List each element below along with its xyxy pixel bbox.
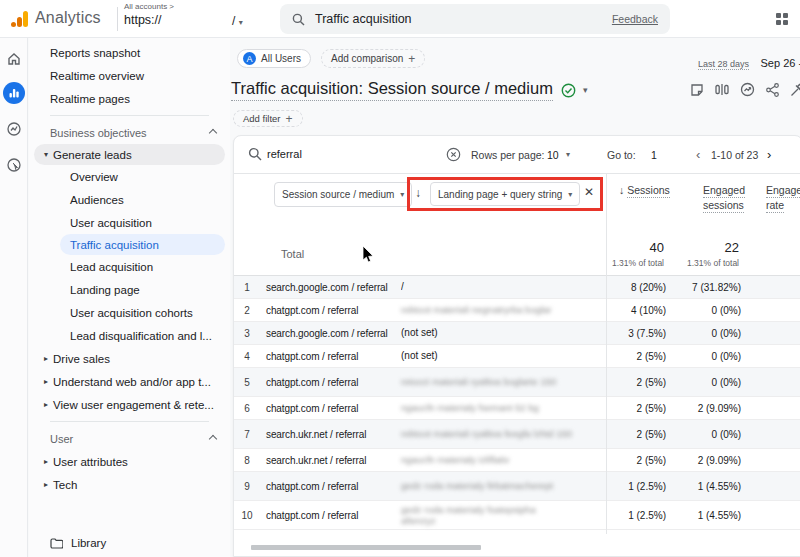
feedback-link[interactable]: Feedback bbox=[612, 13, 658, 25]
engaged-sessions-cell: 2 (9.09%) bbox=[666, 455, 741, 466]
clear-search-icon[interactable] bbox=[446, 147, 461, 162]
audience-pill-label: All Users bbox=[261, 53, 301, 64]
report-navigation: Reports snapshotRealtime overviewRealtim… bbox=[29, 38, 230, 557]
sessions-total: 40 1.31% of total bbox=[574, 240, 664, 268]
edit-comparisons-icon[interactable] bbox=[715, 83, 729, 96]
sidebar-item-overview[interactable]: Overview bbox=[29, 165, 230, 188]
home-icon[interactable] bbox=[3, 48, 25, 70]
left-icon-rail bbox=[0, 38, 28, 557]
sessions-total-percent: 1.31% of total bbox=[574, 258, 664, 268]
column-label: Engaged sessions bbox=[703, 184, 745, 213]
add-filter-button[interactable]: Add filter+ bbox=[233, 110, 303, 127]
sidebar-group-label: View user engagement & rete... bbox=[53, 399, 214, 411]
sidebar-group-generate-leads[interactable]: ▾Generate leads bbox=[34, 144, 225, 165]
sessions-cell: 3 (7.5%) bbox=[573, 328, 666, 339]
table-search-input[interactable]: referral bbox=[267, 148, 302, 160]
triangle-down-icon: ▾ bbox=[39, 150, 53, 159]
property-switcher[interactable]: / ▾ bbox=[232, 14, 243, 28]
insights-icon[interactable] bbox=[740, 82, 755, 97]
sidebar-group-drive-sales[interactable]: ▸Drive sales bbox=[29, 347, 230, 370]
horizontal-scrollbar[interactable] bbox=[251, 545, 481, 550]
audience-pill-all-users[interactable]: A All Users bbox=[237, 49, 311, 68]
sidebar-item-traffic-acquisition[interactable]: Traffic acquisition bbox=[60, 234, 225, 255]
chevron-down-icon[interactable]: ▾ bbox=[566, 150, 570, 159]
sidebar-item-landing-page[interactable]: Landing page bbox=[29, 278, 230, 301]
primary-dimension-select[interactable]: Session source / medium▾ bbox=[274, 182, 412, 207]
sidebar-item-realtime-pages[interactable]: Realtime pages bbox=[29, 87, 230, 110]
sidebar-item-realtime-overview[interactable]: Realtime overview bbox=[29, 64, 230, 87]
source-medium-cell: search.ukr.net / referral bbox=[266, 429, 396, 440]
row-number: 2 bbox=[236, 305, 258, 316]
add-comparison-button[interactable]: Add comparison+ bbox=[321, 49, 425, 68]
landing-page-cell: rebtoot materiali negnatryrba boglar bbox=[401, 304, 573, 315]
search-input-value[interactable]: Traffic acquisition bbox=[315, 12, 612, 26]
apps-grid-icon[interactable] bbox=[776, 13, 788, 25]
table-row: 9chatgpt.com / referralgedz roda materia… bbox=[234, 472, 800, 501]
report-options-caret[interactable]: ▾ bbox=[583, 85, 588, 95]
column-label: Engagement rate bbox=[766, 184, 800, 213]
rows-per-page-select[interactable]: 10 bbox=[547, 149, 559, 161]
engaged-sessions-cell: 1 (4.55%) bbox=[666, 510, 741, 521]
source-medium-cell: chatgpt.com / referral bbox=[266, 510, 396, 521]
share-icon[interactable] bbox=[766, 83, 779, 97]
sidebar-item-audiences[interactable]: Audiences bbox=[29, 188, 230, 211]
engaged-total-value: 22 bbox=[659, 240, 739, 255]
customize-report-icon[interactable] bbox=[790, 83, 800, 97]
add-comparison-label: Add comparison bbox=[331, 53, 403, 64]
table-search-icon[interactable] bbox=[248, 147, 262, 161]
mouse-cursor bbox=[362, 246, 375, 264]
column-header-sessions[interactable]: ↓Sessions bbox=[619, 183, 670, 198]
previous-page-icon[interactable]: ‹ bbox=[696, 147, 700, 162]
engaged-sessions-cell: 0 (0%) bbox=[666, 328, 741, 339]
go-to-page-input[interactable]: 1 bbox=[651, 149, 657, 161]
folder-icon bbox=[50, 538, 63, 549]
global-search-bar[interactable]: Traffic acquisition Feedback bbox=[280, 4, 670, 34]
source-medium-cell: search.ukr.net / referral bbox=[266, 455, 396, 466]
sidebar-item-user-acquisition-cohorts[interactable]: User acquisition cohorts bbox=[29, 301, 230, 324]
date-range-picker[interactable]: Last 28 days Sep 26 - Oct 23, 2025 bbox=[698, 53, 800, 71]
sidebar-item-lead-disqualification-and-l[interactable]: Lead disqualification and l... bbox=[29, 324, 230, 347]
sidebar-group-label: Generate leads bbox=[53, 149, 132, 161]
next-page-icon[interactable]: › bbox=[767, 147, 771, 162]
column-header-engaged-sessions[interactable]: Engaged sessions bbox=[703, 183, 763, 213]
explore-icon[interactable] bbox=[3, 118, 25, 140]
sidebar-item-lead-acquisition[interactable]: Lead acquisition bbox=[29, 255, 230, 278]
secondary-dimension-select[interactable]: Landing page + query string▾ bbox=[430, 182, 580, 206]
account-property-picker[interactable]: All accounts > https:// bbox=[124, 3, 174, 28]
sessions-cell: 1 (2.5%) bbox=[573, 510, 666, 521]
sidebar-section-user[interactable]: User bbox=[29, 427, 230, 450]
column-header-engagement-rate[interactable]: Engagement rate bbox=[766, 183, 800, 213]
engaged-sessions-cell: 7 (31.82%) bbox=[666, 282, 741, 293]
sessions-cell: 2 (5%) bbox=[573, 403, 666, 414]
sidebar-item-reports-snapshot[interactable]: Reports snapshot bbox=[29, 41, 230, 64]
app-top-bar: Analytics All accounts > https:// / ▾ Tr… bbox=[0, 0, 800, 38]
pagination-range: 1-10 of 23 bbox=[711, 149, 758, 161]
advertising-icon[interactable] bbox=[3, 154, 25, 176]
reports-icon[interactable] bbox=[3, 82, 25, 104]
sidebar-group-understand-web-and-or-app-t[interactable]: ▸Understand web and/or app t... bbox=[29, 370, 230, 393]
date-range-value: Sep 26 - Oct 23, 2025 bbox=[761, 57, 800, 69]
sidebar-group-tech[interactable]: ▸Tech bbox=[29, 473, 230, 496]
table-row: 8search.ukr.net / referralngaucfn materi… bbox=[234, 449, 800, 472]
sidebar-item-user-acquisition[interactable]: User acquisition bbox=[29, 211, 230, 234]
add-filter-label: Add filter bbox=[243, 113, 281, 124]
source-medium-cell: chatgpt.com / referral bbox=[266, 305, 396, 316]
sidebar-group-user-attributes[interactable]: ▸User attributes bbox=[29, 450, 230, 473]
chevron-down-icon: ▾ bbox=[400, 190, 404, 199]
sidebar-group-view-user-engagement-rete[interactable]: ▸View user engagement & rete... bbox=[29, 393, 230, 416]
table-row: 2chatgpt.com / referralrebtoot materiali… bbox=[234, 299, 800, 322]
chevron-down-icon: ▾ bbox=[568, 190, 572, 199]
remove-secondary-dimension-icon[interactable]: ✕ bbox=[584, 185, 594, 199]
source-medium-cell: chatgpt.com / referral bbox=[266, 377, 396, 388]
table-row: 7search.ukr.net / referralrebtoot materi… bbox=[234, 420, 800, 449]
sidebar-section-business-objectives[interactable]: Business objectives bbox=[29, 121, 230, 144]
landing-page-cell: rebtoot materiali ryaltiva feegfa lzhtd … bbox=[401, 428, 573, 439]
sidebar-group-label: User attributes bbox=[53, 456, 128, 468]
plus-icon: + bbox=[408, 52, 415, 66]
chevron-up-icon bbox=[209, 435, 217, 443]
table-totals-row: Total 40 1.31% of total 22 1.31% of tota… bbox=[234, 218, 800, 276]
triangle-right-icon: ▸ bbox=[39, 354, 53, 363]
report-notes-icon[interactable] bbox=[690, 83, 704, 97]
landing-page-cell: ngaucfn materialy izliflativ bbox=[401, 454, 573, 465]
sidebar-item-library[interactable]: Library bbox=[50, 537, 106, 549]
